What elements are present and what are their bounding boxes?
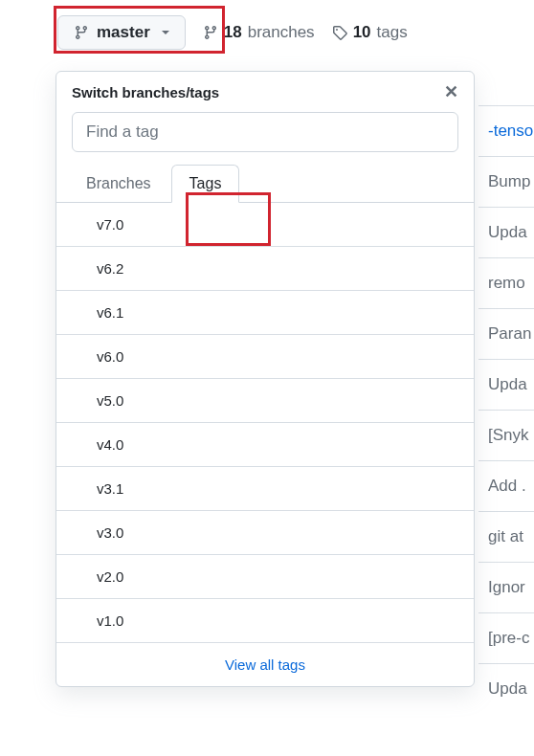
bg-row[interactable]: remo	[478, 257, 534, 308]
tag-item[interactable]: v4.0	[56, 423, 474, 467]
tab-tags[interactable]: Tags	[171, 165, 240, 203]
tag-icon	[332, 25, 347, 40]
tag-item[interactable]: v7.0	[56, 203, 474, 247]
chevron-down-icon	[162, 31, 169, 34]
bg-row[interactable]: Add .	[478, 460, 534, 511]
bg-row[interactable]: [Snyk	[478, 410, 534, 460]
tags-label: tags	[377, 23, 408, 42]
tag-item[interactable]: v1.0	[56, 599, 474, 643]
tag-item[interactable]: v3.0	[56, 511, 474, 555]
branch-select-button[interactable]: master	[57, 15, 186, 50]
bg-row[interactable]: Upda	[478, 359, 534, 410]
tag-item[interactable]: v6.2	[56, 247, 474, 291]
branch-tag-popover: Switch branches/tags ✕ Branches Tags v7.…	[56, 71, 475, 687]
filter-input[interactable]	[72, 112, 458, 152]
tag-item[interactable]: v6.1	[56, 291, 474, 335]
git-branch-icon	[203, 25, 218, 40]
tag-list: v7.0 v6.2 v6.1 v6.0 v5.0 v4.0 v3.1 v3.0 …	[56, 203, 474, 643]
tags-link[interactable]: 10 tags	[332, 23, 408, 42]
tag-item[interactable]: v6.0	[56, 335, 474, 379]
background-commit-list: -tenso Bump Upda remo Paran Upda [Snyk A…	[478, 105, 534, 714]
branches-label: branches	[248, 23, 315, 42]
bg-row[interactable]: Paran	[478, 308, 534, 359]
tag-item[interactable]: v2.0	[56, 555, 474, 599]
tag-item[interactable]: v5.0	[56, 379, 474, 423]
branches-link[interactable]: 18 branches	[203, 23, 315, 42]
popover-title: Switch branches/tags	[72, 84, 219, 100]
view-all-tags-link[interactable]: View all tags	[56, 643, 474, 686]
git-branch-icon	[74, 25, 89, 40]
tags-count: 10	[353, 23, 371, 42]
tab-branches[interactable]: Branches	[68, 165, 169, 203]
close-icon[interactable]: ✕	[444, 83, 458, 100]
bg-row[interactable]: Ignor	[478, 562, 534, 612]
bg-row[interactable]: Upda	[478, 207, 534, 257]
tag-item[interactable]: v3.1	[56, 467, 474, 511]
bg-row[interactable]: -tenso	[478, 105, 534, 156]
bg-row[interactable]: Upda	[478, 663, 534, 714]
bg-row[interactable]: Bump	[478, 156, 534, 207]
bg-row[interactable]: git at	[478, 511, 534, 562]
branches-count: 18	[224, 23, 242, 42]
branch-select-label: master	[97, 23, 150, 42]
bg-row[interactable]: [pre-c	[478, 612, 534, 663]
